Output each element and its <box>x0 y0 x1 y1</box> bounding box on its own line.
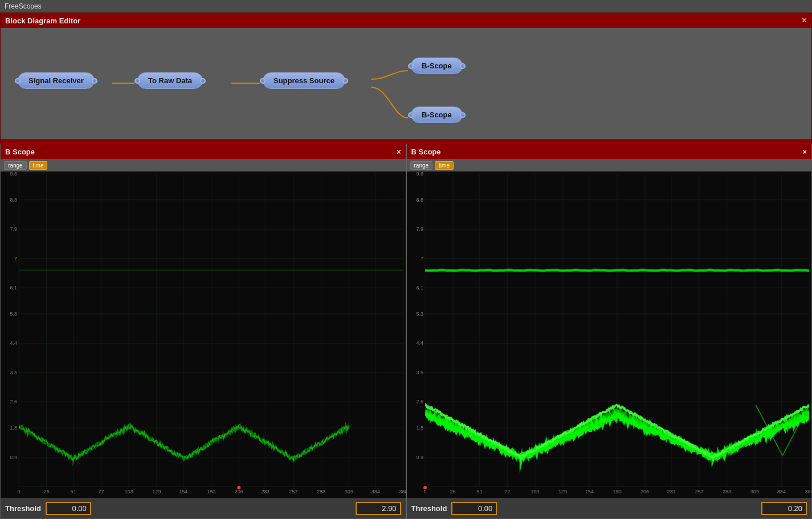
bottom-area: B Scope × range time Threshold B Scope ×… <box>0 144 812 519</box>
node-suppress-source-label: Suppress Source <box>274 76 334 85</box>
title-bar: FreeScopes <box>0 0 812 13</box>
port-b-scope-1-right <box>460 63 466 69</box>
block-diagram-close[interactable]: × <box>802 15 807 26</box>
node-signal-receiver[interactable]: Signal Receiver <box>18 72 95 89</box>
port-signal-receiver-right <box>92 78 97 84</box>
port-b-scope-2-left <box>408 112 414 118</box>
scope-chart-right <box>407 171 812 498</box>
node-b-scope-2-label: B-Scope <box>422 111 452 119</box>
threshold-input-left-max[interactable] <box>356 502 401 515</box>
block-diagram-editor: Block Diagram Editor × Signal Receiver T… <box>0 13 812 144</box>
threshold-label-left: Threshold <box>5 504 41 513</box>
port-to-raw-data-right <box>200 78 206 84</box>
scope-close-left[interactable]: × <box>397 148 401 156</box>
chart-canvas-left <box>1 171 406 498</box>
node-b-scope-1[interactable]: B-Scope <box>411 58 463 74</box>
node-to-raw-data[interactable]: To Raw Data <box>137 72 203 89</box>
node-to-raw-data-label: To Raw Data <box>148 76 192 85</box>
threshold-input-left-min[interactable] <box>46 502 91 515</box>
connections-svg <box>1 28 811 139</box>
port-to-raw-data-left <box>134 78 140 84</box>
port-b-scope-2-right <box>460 112 466 118</box>
port-suppress-source-left <box>260 78 266 84</box>
scope-close-right[interactable]: × <box>802 148 807 156</box>
node-signal-receiver-label: Signal Receiver <box>28 76 84 85</box>
diagram-canvas: Signal Receiver To Raw Data Suppress Sou… <box>1 28 811 139</box>
scope-panel-left: B Scope × range time Threshold <box>0 144 406 519</box>
range-btn-right[interactable]: range <box>410 161 433 170</box>
threshold-input-right-max[interactable] <box>761 502 807 515</box>
node-suppress-source[interactable]: Suppress Source <box>263 72 345 89</box>
scope-controls-left: range time <box>1 159 406 171</box>
port-suppress-source-right <box>342 78 348 84</box>
app-title: FreeScopes <box>5 2 42 10</box>
port-b-scope-1-left <box>408 63 414 69</box>
time-btn-left[interactable]: time <box>29 161 48 170</box>
scope-footer-left: Threshold <box>1 498 406 518</box>
threshold-input-right-min[interactable] <box>451 502 497 515</box>
chart-canvas-right <box>407 171 812 498</box>
time-btn-right[interactable]: time <box>435 161 454 170</box>
scope-chart-left <box>1 171 406 498</box>
scope-controls-right: range time <box>407 159 812 171</box>
scope-header-left: B Scope × <box>1 144 406 159</box>
scope-header-right: B Scope × <box>407 144 812 159</box>
scope-footer-right: Threshold <box>407 498 812 518</box>
block-diagram-title: Block Diagram Editor <box>5 17 80 25</box>
scope-title-right: B Scope <box>411 148 441 156</box>
scope-panel-right: B Scope × range time Threshold <box>406 144 813 519</box>
node-b-scope-1-label: B-Scope <box>422 62 452 70</box>
node-b-scope-2[interactable]: B-Scope <box>411 107 463 123</box>
scope-title-left: B Scope <box>5 148 35 156</box>
threshold-label-right: Threshold <box>411 504 447 513</box>
port-signal-receiver-left <box>15 78 21 84</box>
range-btn-left[interactable]: range <box>4 161 27 170</box>
